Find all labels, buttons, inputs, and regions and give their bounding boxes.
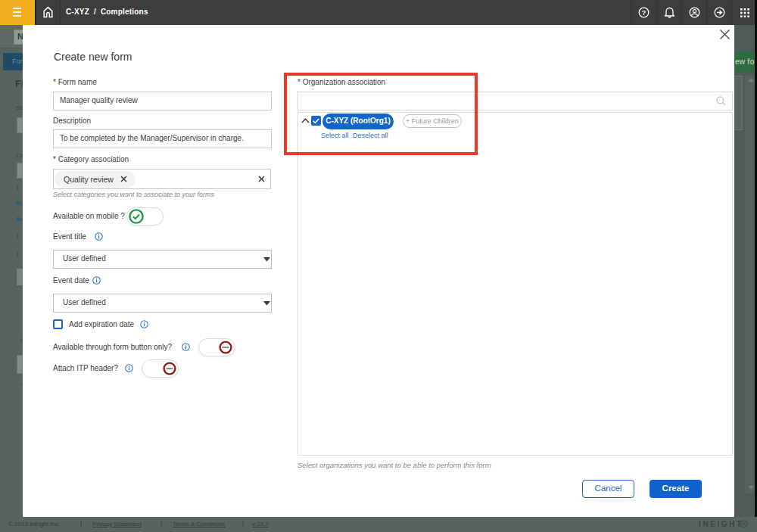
svg-text:?: ? — [642, 9, 646, 17]
